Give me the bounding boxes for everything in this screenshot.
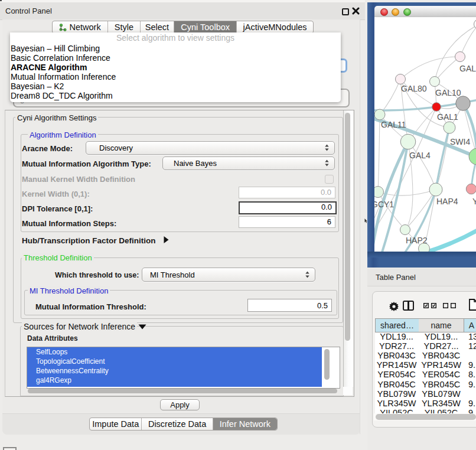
svg-text:GAL11: GAL11 — [381, 120, 406, 129]
svg-text:HAP4: HAP4 — [436, 197, 458, 206]
svg-text:GAL80: GAL80 — [401, 84, 427, 93]
svg-text:GAL: GAL — [459, 64, 476, 73]
svg-text:GCY1: GCY1 — [374, 200, 394, 209]
svg-text:HAP2: HAP2 — [406, 236, 428, 245]
svg-text:SWI4: SWI4 — [450, 137, 470, 146]
svg-text:GAL10: GAL10 — [435, 88, 461, 97]
svg-text:GAL4: GAL4 — [409, 151, 431, 160]
svg-text:Y: Y — [472, 197, 476, 206]
svg-text:GAL1: GAL1 — [437, 112, 458, 122]
